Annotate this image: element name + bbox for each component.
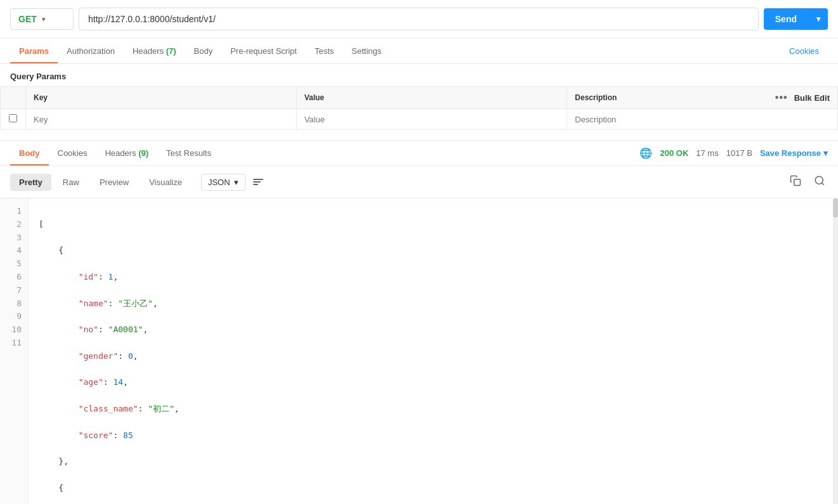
- key-cell[interactable]: [26, 109, 297, 130]
- response-section: Body Cookies Headers (9) Test Results 🌐 …: [0, 140, 838, 504]
- scrollbar-thumb[interactable]: [833, 198, 838, 217]
- tab-cookies[interactable]: Cookies: [780, 39, 828, 63]
- top-bar: GET ▾ Send ▾: [0, 0, 838, 39]
- search-icon[interactable]: [811, 172, 828, 191]
- json-type-selector[interactable]: JSON ▾: [201, 174, 246, 191]
- more-options-icon[interactable]: •••: [775, 92, 788, 103]
- tab-headers[interactable]: Headers (7): [124, 39, 185, 63]
- response-tab-cookies[interactable]: Cookies: [49, 141, 96, 165]
- save-response-button[interactable]: Save Response ▾: [760, 148, 828, 158]
- svg-line-2: [822, 183, 823, 184]
- json-type-label: JSON: [208, 178, 230, 187]
- tab-settings[interactable]: Settings: [343, 39, 390, 63]
- th-value: Value: [296, 87, 567, 109]
- url-input[interactable]: [79, 8, 759, 30]
- filter-icon[interactable]: [253, 179, 263, 185]
- param-checkbox[interactable]: [9, 114, 17, 122]
- tab-tests[interactable]: Tests: [306, 39, 343, 63]
- copy-icon[interactable]: [787, 172, 804, 191]
- value-cell[interactable]: [296, 109, 567, 130]
- key-input[interactable]: [34, 115, 289, 124]
- scrollbar[interactable]: [833, 198, 838, 504]
- request-tabs-bar: Params Authorization Headers (7) Body Pr…: [0, 39, 838, 64]
- bulk-edit-button[interactable]: Bulk Edit: [794, 93, 830, 103]
- response-tab-body[interactable]: Body: [10, 141, 49, 165]
- svg-point-1: [815, 176, 823, 184]
- method-label: GET: [18, 14, 37, 24]
- code-viewer: 1 2 3 4 5 6 7 8 9 10 11 [ { "id": 1, "na…: [0, 198, 838, 504]
- format-tab-raw[interactable]: Raw: [54, 174, 88, 191]
- th-checkbox: [1, 87, 26, 109]
- description-cell[interactable]: [567, 109, 838, 130]
- right-icons: [787, 172, 828, 191]
- response-tabs-bar: Body Cookies Headers (9) Test Results 🌐 …: [0, 141, 838, 166]
- format-tab-visualize[interactable]: Visualize: [140, 174, 191, 191]
- response-header-tabs: Body Cookies Headers (9) Test Results: [10, 141, 220, 165]
- save-response-label: Save Response: [760, 148, 821, 158]
- response-size: 1017 B: [726, 148, 752, 158]
- send-button[interactable]: Send ▾: [764, 8, 828, 30]
- table-row: [1, 109, 838, 130]
- method-selector[interactable]: GET ▾: [10, 8, 74, 30]
- tab-body[interactable]: Body: [185, 39, 222, 63]
- save-response-chevron-icon: ▾: [823, 148, 828, 158]
- response-tab-test-results[interactable]: Test Results: [157, 141, 220, 165]
- format-tab-preview[interactable]: Preview: [91, 174, 138, 191]
- tab-authorization[interactable]: Authorization: [58, 39, 124, 63]
- send-label: Send: [764, 14, 808, 24]
- tab-pre-request-script[interactable]: Pre-request Script: [221, 39, 306, 63]
- svg-rect-0: [794, 179, 801, 186]
- json-type-chevron-icon: ▾: [234, 178, 239, 187]
- response-meta: 🌐 200 OK 17 ms 1017 B Save Response ▾: [639, 147, 828, 159]
- value-input[interactable]: [304, 115, 560, 124]
- chevron-down-icon: ▾: [42, 15, 46, 23]
- code-content: [ { "id": 1, "name": "王小乙", "no": "A0001…: [29, 198, 838, 504]
- format-bar: Pretty Raw Preview Visualize JSON ▾: [0, 166, 838, 198]
- th-description-label: Description: [575, 93, 617, 102]
- response-time: 17 ms: [696, 148, 718, 158]
- response-status: 200 OK: [660, 148, 688, 158]
- line-numbers: 1 2 3 4 5 6 7 8 9 10 11: [0, 198, 29, 504]
- th-key: Key: [26, 87, 297, 109]
- tab-params[interactable]: Params: [10, 39, 58, 63]
- format-tab-pretty[interactable]: Pretty: [10, 174, 51, 191]
- query-params-title: Query Params: [0, 64, 838, 86]
- description-input[interactable]: [575, 115, 830, 124]
- params-table: Key Value Description ••• Bulk Edit: [0, 86, 838, 130]
- globe-icon: 🌐: [639, 147, 652, 159]
- send-dropdown-icon[interactable]: ▾: [809, 15, 828, 23]
- response-tab-headers[interactable]: Headers (9): [96, 141, 157, 165]
- row-checkbox[interactable]: [1, 109, 26, 130]
- th-description-bulk: Description ••• Bulk Edit: [567, 87, 838, 109]
